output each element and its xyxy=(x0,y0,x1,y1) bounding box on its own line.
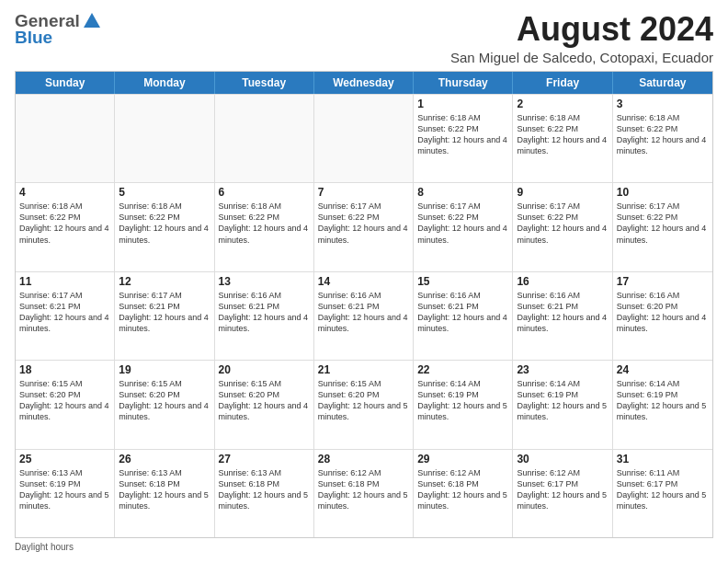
month-title: August 2024 xyxy=(450,11,713,48)
day-info: Sunrise: 6:17 AMSunset: 6:21 PMDaylight:… xyxy=(119,290,210,335)
calendar: SundayMondayTuesdayWednesdayThursdayFrid… xyxy=(15,71,713,538)
day-cell-31: 31Sunrise: 6:11 AMSunset: 6:17 PMDayligh… xyxy=(613,450,712,537)
day-number: 3 xyxy=(617,98,709,110)
header-cell-sunday: Sunday xyxy=(16,72,115,94)
day-number: 26 xyxy=(119,453,210,465)
day-info: Sunrise: 6:11 AMSunset: 6:17 PMDaylight:… xyxy=(617,467,709,512)
header: General Blue August 2024 San Miguel de S… xyxy=(15,11,713,65)
day-info: Sunrise: 6:13 AMSunset: 6:18 PMDaylight:… xyxy=(219,467,310,512)
day-cell-27: 27Sunrise: 6:13 AMSunset: 6:18 PMDayligh… xyxy=(215,450,314,537)
day-info: Sunrise: 6:16 AMSunset: 6:21 PMDaylight:… xyxy=(517,290,608,335)
day-cell-2: 2Sunrise: 6:18 AMSunset: 6:22 PMDaylight… xyxy=(513,95,612,182)
day-cell-4: 4Sunrise: 6:18 AMSunset: 6:22 PMDaylight… xyxy=(16,183,115,270)
calendar-row-5: 25Sunrise: 6:13 AMSunset: 6:19 PMDayligh… xyxy=(16,449,712,537)
day-info: Sunrise: 6:18 AMSunset: 6:22 PMDaylight:… xyxy=(119,201,210,246)
day-cell-20: 20Sunrise: 6:15 AMSunset: 6:20 PMDayligh… xyxy=(215,361,314,448)
day-info: Sunrise: 6:18 AMSunset: 6:22 PMDaylight:… xyxy=(19,201,110,246)
page: General Blue August 2024 San Miguel de S… xyxy=(0,0,728,563)
day-number: 23 xyxy=(517,363,608,376)
day-info: Sunrise: 6:18 AMSunset: 6:22 PMDaylight:… xyxy=(517,112,608,157)
day-number: 13 xyxy=(219,275,310,288)
day-number: 18 xyxy=(19,363,110,376)
day-info: Sunrise: 6:15 AMSunset: 6:20 PMDaylight:… xyxy=(318,378,409,423)
day-number: 9 xyxy=(517,186,608,199)
day-cell-21: 21Sunrise: 6:15 AMSunset: 6:20 PMDayligh… xyxy=(314,361,414,448)
day-number: 25 xyxy=(19,453,110,465)
calendar-row-1: 1Sunrise: 6:18 AMSunset: 6:22 PMDaylight… xyxy=(16,94,712,182)
day-number: 8 xyxy=(417,186,508,199)
day-number: 31 xyxy=(617,453,709,465)
day-number: 22 xyxy=(417,363,508,376)
logo: General Blue xyxy=(15,11,102,48)
day-cell-15: 15Sunrise: 6:16 AMSunset: 6:21 PMDayligh… xyxy=(414,272,513,360)
header-cell-wednesday: Wednesday xyxy=(314,72,414,94)
day-cell-23: 23Sunrise: 6:14 AMSunset: 6:19 PMDayligh… xyxy=(513,361,612,448)
day-number: 6 xyxy=(219,186,310,199)
header-cell-tuesday: Tuesday xyxy=(215,72,314,94)
day-info: Sunrise: 6:18 AMSunset: 6:22 PMDaylight:… xyxy=(219,201,310,246)
day-cell-1: 1Sunrise: 6:18 AMSunset: 6:22 PMDaylight… xyxy=(414,95,513,182)
day-number: 7 xyxy=(318,186,409,199)
day-info: Sunrise: 6:16 AMSunset: 6:21 PMDaylight:… xyxy=(219,290,310,335)
logo-icon xyxy=(82,11,102,31)
day-info: Sunrise: 6:15 AMSunset: 6:20 PMDaylight:… xyxy=(19,378,110,423)
day-info: Sunrise: 6:18 AMSunset: 6:22 PMDaylight:… xyxy=(417,112,508,157)
calendar-row-4: 18Sunrise: 6:15 AMSunset: 6:20 PMDayligh… xyxy=(16,360,712,448)
day-info: Sunrise: 6:15 AMSunset: 6:20 PMDaylight:… xyxy=(119,378,210,423)
day-number: 28 xyxy=(318,453,409,465)
day-cell-24: 24Sunrise: 6:14 AMSunset: 6:19 PMDayligh… xyxy=(613,361,712,448)
day-number: 19 xyxy=(119,363,210,376)
day-number: 30 xyxy=(517,453,608,465)
day-number: 12 xyxy=(119,275,210,288)
day-info: Sunrise: 6:12 AMSunset: 6:18 PMDaylight:… xyxy=(417,467,508,512)
header-cell-monday: Monday xyxy=(115,72,214,94)
day-number: 24 xyxy=(617,363,709,376)
day-cell-14: 14Sunrise: 6:16 AMSunset: 6:21 PMDayligh… xyxy=(314,272,414,360)
calendar-body: 1Sunrise: 6:18 AMSunset: 6:22 PMDaylight… xyxy=(16,94,712,537)
day-info: Sunrise: 6:17 AMSunset: 6:22 PMDaylight:… xyxy=(318,201,409,246)
day-cell-26: 26Sunrise: 6:13 AMSunset: 6:18 PMDayligh… xyxy=(115,450,214,537)
empty-cell xyxy=(16,95,115,182)
header-cell-thursday: Thursday xyxy=(414,72,513,94)
location-title: San Miguel de Salcedo, Cotopaxi, Ecuador xyxy=(450,50,713,65)
svg-marker-0 xyxy=(84,13,100,28)
day-cell-3: 3Sunrise: 6:18 AMSunset: 6:22 PMDaylight… xyxy=(613,95,712,182)
day-info: Sunrise: 6:17 AMSunset: 6:21 PMDaylight:… xyxy=(19,290,110,335)
day-info: Sunrise: 6:14 AMSunset: 6:19 PMDaylight:… xyxy=(517,378,608,423)
day-cell-19: 19Sunrise: 6:15 AMSunset: 6:20 PMDayligh… xyxy=(115,361,214,448)
day-number: 1 xyxy=(417,98,508,110)
day-number: 29 xyxy=(417,453,508,465)
day-cell-16: 16Sunrise: 6:16 AMSunset: 6:21 PMDayligh… xyxy=(513,272,612,360)
day-number: 2 xyxy=(517,98,608,110)
day-number: 15 xyxy=(417,275,508,288)
day-cell-5: 5Sunrise: 6:18 AMSunset: 6:22 PMDaylight… xyxy=(115,183,214,270)
day-cell-7: 7Sunrise: 6:17 AMSunset: 6:22 PMDaylight… xyxy=(314,183,414,270)
day-cell-22: 22Sunrise: 6:14 AMSunset: 6:19 PMDayligh… xyxy=(414,361,513,448)
day-cell-9: 9Sunrise: 6:17 AMSunset: 6:22 PMDaylight… xyxy=(513,183,612,270)
day-info: Sunrise: 6:12 AMSunset: 6:17 PMDaylight:… xyxy=(517,467,608,512)
day-info: Sunrise: 6:14 AMSunset: 6:19 PMDaylight:… xyxy=(617,378,709,423)
day-cell-12: 12Sunrise: 6:17 AMSunset: 6:21 PMDayligh… xyxy=(115,272,214,360)
day-number: 17 xyxy=(617,275,709,288)
day-info: Sunrise: 6:13 AMSunset: 6:19 PMDaylight:… xyxy=(19,467,110,512)
calendar-row-3: 11Sunrise: 6:17 AMSunset: 6:21 PMDayligh… xyxy=(16,271,712,360)
day-info: Sunrise: 6:17 AMSunset: 6:22 PMDaylight:… xyxy=(617,201,709,246)
day-info: Sunrise: 6:15 AMSunset: 6:20 PMDaylight:… xyxy=(219,378,310,423)
day-info: Sunrise: 6:17 AMSunset: 6:22 PMDaylight:… xyxy=(517,201,608,246)
day-cell-11: 11Sunrise: 6:17 AMSunset: 6:21 PMDayligh… xyxy=(16,272,115,360)
day-info: Sunrise: 6:12 AMSunset: 6:18 PMDaylight:… xyxy=(318,467,409,512)
day-info: Sunrise: 6:16 AMSunset: 6:21 PMDaylight:… xyxy=(417,290,508,335)
day-cell-17: 17Sunrise: 6:16 AMSunset: 6:20 PMDayligh… xyxy=(613,272,712,360)
day-cell-29: 29Sunrise: 6:12 AMSunset: 6:18 PMDayligh… xyxy=(414,450,513,537)
header-cell-friday: Friday xyxy=(513,72,612,94)
day-info: Sunrise: 6:16 AMSunset: 6:20 PMDaylight:… xyxy=(617,290,709,335)
day-cell-8: 8Sunrise: 6:17 AMSunset: 6:22 PMDaylight… xyxy=(414,183,513,270)
day-cell-10: 10Sunrise: 6:17 AMSunset: 6:22 PMDayligh… xyxy=(613,183,712,270)
day-number: 14 xyxy=(318,275,409,288)
footer-note: Daylight hours xyxy=(15,542,713,552)
header-cell-saturday: Saturday xyxy=(613,72,712,94)
day-info: Sunrise: 6:18 AMSunset: 6:22 PMDaylight:… xyxy=(617,112,709,157)
day-cell-30: 30Sunrise: 6:12 AMSunset: 6:17 PMDayligh… xyxy=(513,450,612,537)
day-cell-28: 28Sunrise: 6:12 AMSunset: 6:18 PMDayligh… xyxy=(314,450,414,537)
day-number: 4 xyxy=(19,186,110,199)
